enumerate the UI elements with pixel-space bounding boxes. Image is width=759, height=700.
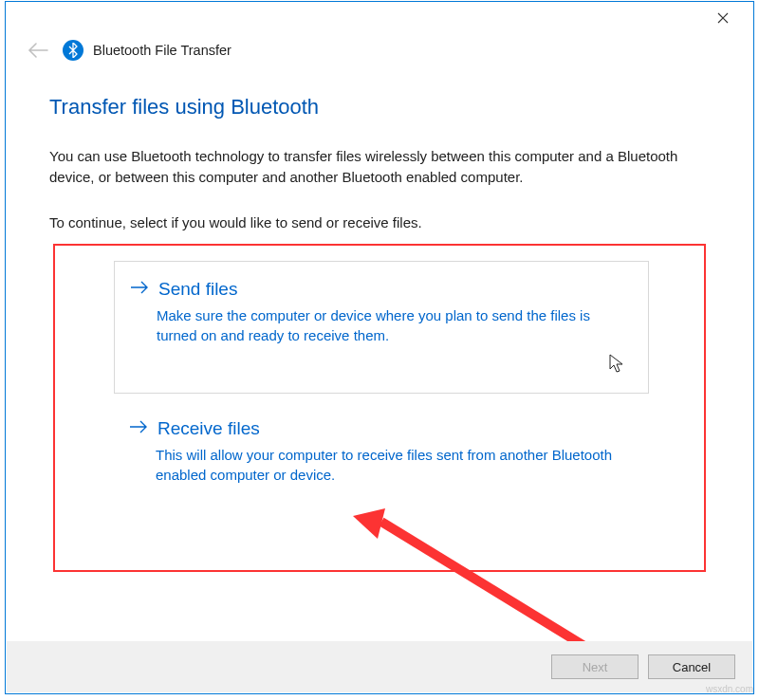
- receive-files-description: This will allow your computer to receive…: [129, 445, 634, 485]
- bluetooth-icon: [63, 40, 83, 61]
- titlebar: [6, 2, 753, 34]
- send-files-description: Make sure the computer or device where y…: [130, 305, 633, 345]
- page-description: You can use Bluetooth technology to tran…: [49, 146, 710, 188]
- page-heading: Transfer files using Bluetooth: [49, 95, 710, 120]
- back-arrow-icon: [27, 42, 49, 59]
- bluetooth-transfer-wizard: Bluetooth File Transfer Transfer files u…: [5, 1, 754, 694]
- wizard-title: Bluetooth File Transfer: [93, 43, 231, 58]
- instruction-text: To continue, select if you would like to…: [49, 214, 710, 230]
- content-area: Transfer files using Bluetooth You can u…: [6, 72, 753, 581]
- footer-bar: Next Cancel: [7, 641, 752, 692]
- close-button[interactable]: [704, 5, 742, 31]
- arrow-right-icon: [129, 418, 148, 438]
- receive-files-option[interactable]: Receive files This will allow your compu…: [114, 401, 649, 532]
- next-button[interactable]: Next: [551, 654, 639, 679]
- cancel-button[interactable]: Cancel: [648, 654, 735, 679]
- send-files-title: Send files: [158, 279, 237, 300]
- send-files-option[interactable]: Send files Make sure the computer or dev…: [114, 261, 649, 394]
- watermark-text: wsxdn.com: [706, 684, 753, 694]
- receive-files-title: Receive files: [157, 418, 260, 439]
- arrow-right-icon: [130, 279, 149, 299]
- header-row: Bluetooth File Transfer: [6, 34, 753, 72]
- options-container: Send files Make sure the computer or dev…: [49, 244, 710, 572]
